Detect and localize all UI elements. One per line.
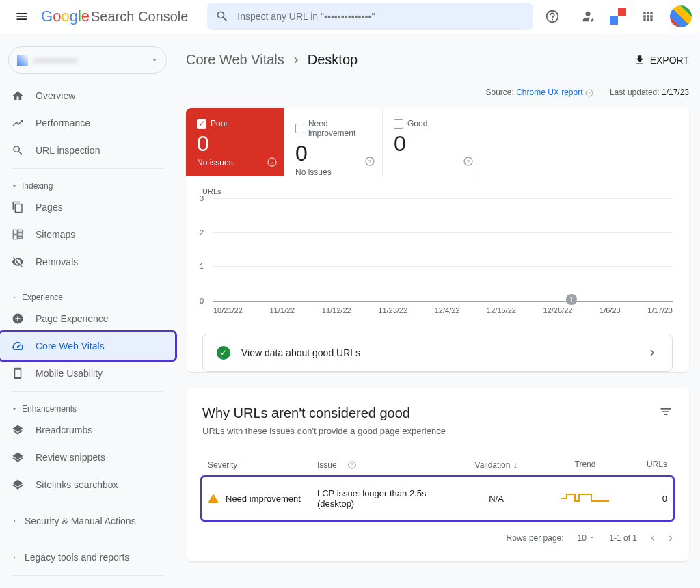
divider bbox=[11, 539, 164, 539]
view-good-urls-button[interactable]: ✓ View data about good URLs bbox=[202, 334, 673, 372]
sidebar-item-core-web-vitals[interactable]: Core Web Vitals bbox=[0, 332, 175, 360]
sidebar-item-pages[interactable]: Pages bbox=[0, 193, 175, 221]
issues-title: Why URLs aren't considered good bbox=[202, 405, 410, 421]
svg-text:?: ? bbox=[588, 90, 591, 95]
speed-icon bbox=[11, 340, 25, 352]
help-icon[interactable]: ? bbox=[585, 89, 593, 97]
help-icon[interactable]: ? bbox=[347, 460, 357, 470]
plus-circle-icon bbox=[11, 312, 25, 325]
export-label: EXPORT bbox=[650, 55, 689, 66]
source-link[interactable]: Chrome UX report bbox=[516, 88, 582, 97]
svg-text:?: ? bbox=[467, 159, 470, 165]
nav-label: Core Web Vitals bbox=[36, 340, 105, 351]
x-tick: 11/1/22 bbox=[269, 306, 295, 315]
nav-label: Mobile Usability bbox=[36, 368, 103, 379]
smartphone-icon bbox=[11, 367, 25, 379]
status-label: Good bbox=[407, 119, 427, 129]
sidebar-item-sitemaps[interactable]: Sitemaps bbox=[0, 221, 175, 248]
sort-desc-icon: ↓ bbox=[513, 459, 517, 470]
th-issue[interactable]: Issue ? bbox=[317, 459, 448, 470]
chevron-down-icon bbox=[11, 294, 18, 301]
status-tab-poor[interactable]: ✓Poor 0 No issues ? bbox=[186, 108, 284, 176]
status-tab-need-improvement[interactable]: Need improvement 0 No issues ? bbox=[284, 108, 383, 176]
section-enhancements[interactable]: Enhancements bbox=[0, 396, 175, 416]
nav-label: Page Experience bbox=[36, 313, 109, 324]
x-tick: 11/23/22 bbox=[378, 306, 407, 315]
chart-annotation-marker[interactable]: 1 bbox=[566, 294, 577, 305]
urls-chart: URLs 3 2 1 0 1 10/21/22 11/1/22 11/12/22 bbox=[186, 176, 689, 320]
x-tick: 10/21/22 bbox=[213, 306, 243, 315]
sidebar-item-links[interactable]: Links bbox=[0, 580, 175, 588]
property-selector[interactable]: ▪▪▪▪▪▪▪▪▪▪▪▪▪▪ bbox=[8, 46, 167, 74]
sidebar-item-page-experience[interactable]: Page Experience bbox=[0, 305, 175, 332]
chevron-right-icon bbox=[11, 518, 18, 524]
breadcrumb-parent[interactable]: Core Web Vitals bbox=[186, 52, 284, 68]
layers-icon bbox=[11, 479, 25, 491]
next-page-button[interactable]: › bbox=[669, 531, 673, 545]
sidebar-item-review-snippets[interactable]: Review snippets bbox=[0, 444, 175, 471]
sidebar-item-breadcrumbs[interactable]: Breadcrumbs bbox=[0, 416, 175, 444]
avatar[interactable] bbox=[670, 5, 692, 27]
google-logo[interactable]: Google Search Console bbox=[41, 8, 188, 25]
export-button[interactable]: EXPORT bbox=[634, 54, 689, 66]
nav-label: Overview bbox=[36, 90, 75, 101]
nav-label: URL inspection bbox=[36, 145, 100, 156]
sidebar-item-mobile-usability[interactable]: Mobile Usability bbox=[0, 360, 175, 387]
help-icon[interactable]: ? bbox=[267, 157, 278, 170]
x-tick: 12/15/22 bbox=[487, 306, 516, 315]
x-tick: 12/26/22 bbox=[543, 306, 573, 315]
source-info: Source: Chrome UX report ? bbox=[485, 88, 593, 97]
th-severity[interactable]: Severity bbox=[208, 459, 317, 470]
section-label: Experience bbox=[22, 293, 63, 302]
x-tick: 1/17/23 bbox=[647, 306, 673, 315]
prev-page-button[interactable]: ‹ bbox=[651, 531, 655, 545]
th-validation[interactable]: Validation↓ bbox=[448, 459, 544, 470]
url-inspect-search[interactable] bbox=[207, 3, 533, 30]
help-icon[interactable]: ? bbox=[364, 156, 375, 169]
status-value: 0 bbox=[394, 131, 470, 157]
th-urls[interactable]: URLs bbox=[626, 459, 667, 470]
chevron-right-icon bbox=[290, 54, 302, 66]
user-manage-icon[interactable] bbox=[574, 3, 602, 30]
help-icon[interactable]: ? bbox=[463, 156, 474, 169]
search-icon bbox=[215, 10, 229, 23]
checkbox-checked-icon: ✓ bbox=[197, 119, 206, 129]
menu-icon[interactable] bbox=[8, 3, 36, 30]
notification-icon[interactable] bbox=[610, 8, 626, 25]
issues-card: Why URLs aren't considered good URLs wit… bbox=[186, 388, 689, 561]
sidebar-item-removals[interactable]: Removals bbox=[0, 248, 175, 276]
filter-icon[interactable] bbox=[659, 405, 673, 422]
chevron-down-icon bbox=[11, 183, 18, 189]
table-row[interactable]: Need improvement LCP issue: longer than … bbox=[202, 477, 673, 520]
rows-per-page-select[interactable]: 10 bbox=[578, 533, 596, 543]
sidebar-item-performance[interactable]: Performance bbox=[0, 109, 175, 137]
main-content: Core Web Vitals Desktop EXPORT Source: C… bbox=[175, 33, 700, 588]
help-icon[interactable] bbox=[539, 3, 566, 30]
divider bbox=[11, 391, 164, 392]
sidebar-item-url-inspection[interactable]: URL inspection bbox=[0, 137, 175, 164]
meta-row: Source: Chrome UX report ? Last updated:… bbox=[186, 88, 689, 108]
divider bbox=[11, 280, 164, 280]
sidebar-item-sitelinks-searchbox[interactable]: Sitelinks searchbox bbox=[0, 471, 175, 498]
layers-icon bbox=[11, 451, 25, 464]
section-indexing[interactable]: Indexing bbox=[0, 173, 175, 193]
property-name: ▪▪▪▪▪▪▪▪▪▪▪▪▪▪ bbox=[33, 55, 146, 66]
property-icon bbox=[17, 55, 28, 66]
apps-icon[interactable] bbox=[634, 3, 662, 30]
sidebar-item-security[interactable]: Security & Manual Actions bbox=[0, 507, 175, 535]
nav-label: Legacy tools and reports bbox=[25, 552, 129, 563]
url-inspect-input[interactable] bbox=[237, 11, 525, 22]
sidebar-item-legacy[interactable]: Legacy tools and reports bbox=[0, 544, 175, 571]
th-trend[interactable]: Trend bbox=[544, 459, 626, 470]
section-experience[interactable]: Experience bbox=[0, 284, 175, 305]
status-tab-good[interactable]: Good 0 ? bbox=[383, 108, 481, 176]
status-value: 0 bbox=[295, 141, 371, 166]
issues-subtitle: URLs with these issues don't provide a g… bbox=[202, 426, 673, 436]
x-axis: 10/21/22 11/1/22 11/12/22 11/23/22 12/4/… bbox=[202, 301, 673, 315]
nav-label: Performance bbox=[36, 118, 90, 129]
product-name: Search Console bbox=[91, 9, 188, 25]
sidebar-item-overview[interactable]: Overview bbox=[0, 82, 175, 109]
checkbox-icon bbox=[295, 124, 304, 133]
cell-severity: Need improvement bbox=[208, 494, 317, 504]
divider bbox=[11, 575, 164, 576]
